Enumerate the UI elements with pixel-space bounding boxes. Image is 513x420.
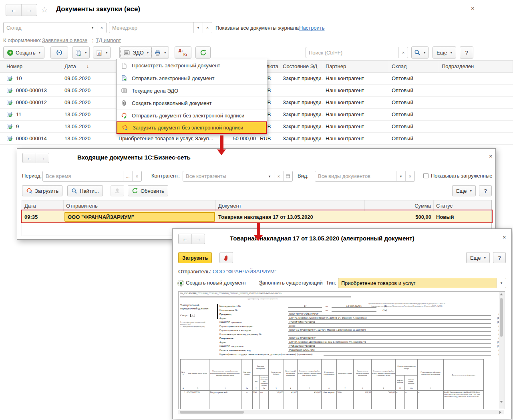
clear-icon[interactable]: × bbox=[274, 171, 283, 181]
search-button[interactable]: ▾ bbox=[411, 46, 429, 59]
vertical-scrollbar[interactable] bbox=[499, 292, 504, 409]
scroll-down-icon[interactable] bbox=[500, 401, 503, 403]
kind-input[interactable] bbox=[315, 171, 396, 181]
edo-menu-button[interactable]: ЭДО ▾ bbox=[119, 46, 153, 59]
horizontal-scroll-thumb[interactable] bbox=[180, 411, 244, 414]
to-process-link-imports[interactable]: Заявления о ввозе bbox=[42, 37, 87, 43]
chevron-down-icon[interactable]: ▾ bbox=[88, 22, 97, 33]
period-input[interactable] bbox=[43, 171, 123, 181]
menu-item-view-edoc[interactable]: Просмотреть электронный документ bbox=[117, 59, 267, 72]
find-button[interactable]: Найти... bbox=[67, 185, 103, 196]
more-button[interactable]: Еще ▾ bbox=[452, 185, 476, 196]
to-process-link-td[interactable]: ТД импорт bbox=[96, 37, 121, 43]
dtkt-button[interactable]: ДтКт bbox=[175, 46, 191, 59]
column-header-document[interactable]: Документ bbox=[216, 200, 365, 211]
clear-icon[interactable]: × bbox=[203, 22, 212, 33]
kind-label: Вид: bbox=[298, 173, 308, 179]
help-button[interactable]: ? bbox=[479, 185, 492, 196]
posted-document-icon bbox=[6, 75, 13, 82]
upd-invoice-row: Накладная (акт) № 17 от 13 мая 2020 г. (… bbox=[219, 304, 501, 308]
choose-period-icon[interactable]: ... bbox=[123, 171, 132, 181]
clear-icon[interactable]: × bbox=[132, 171, 141, 181]
incoming-document-row[interactable]: 09:35 ООО "ФРАНЧАЙЗАРИУМ" Товарная накла… bbox=[22, 211, 491, 222]
menu-item-create-arbitrary[interactable]: Создать произвольный документ bbox=[117, 97, 267, 109]
column-header-sender[interactable]: Отправитель bbox=[64, 200, 216, 211]
sender-link[interactable]: ООО "ФРАНЧАЙЗАРИУМ" bbox=[213, 269, 276, 275]
vertical-scroll-thumb[interactable] bbox=[500, 298, 503, 337]
forward-button[interactable]: → bbox=[21, 4, 37, 16]
scroll-right-icon[interactable] bbox=[499, 411, 501, 414]
column-header-warehouse[interactable]: Склад bbox=[389, 61, 439, 72]
back-button[interactable]: ← bbox=[179, 234, 191, 244]
column-header-number[interactable]: Номер bbox=[4, 61, 62, 72]
print-button[interactable]: ▾ bbox=[151, 46, 169, 59]
reports-button[interactable]: ▾ bbox=[93, 46, 111, 59]
column-header-status[interactable]: Статус bbox=[434, 200, 491, 211]
warehouse-input[interactable] bbox=[4, 22, 88, 33]
more-button-label: Еще bbox=[470, 255, 481, 261]
table-row[interactable]: 0000-000014 13.05.2020 Приобретение това… bbox=[0, 133, 513, 145]
refresh-button[interactable] bbox=[195, 46, 211, 59]
help-button[interactable]: ? bbox=[460, 46, 473, 59]
annotation-arrow bbox=[220, 135, 223, 150]
more-button[interactable]: Еще ▾ bbox=[466, 252, 490, 263]
forward-button[interactable]: → bbox=[191, 234, 205, 244]
clear-icon[interactable]: × bbox=[405, 171, 414, 181]
chevron-down-icon: ▾ bbox=[484, 256, 486, 260]
horizontal-scrollbar[interactable] bbox=[178, 410, 504, 414]
clear-icon[interactable]: × bbox=[97, 22, 106, 33]
refresh-button[interactable]: Обновить bbox=[128, 185, 168, 196]
forward-button[interactable]: → bbox=[36, 153, 49, 163]
counterparty-input[interactable] bbox=[183, 171, 265, 181]
nav-buttons: ← → bbox=[178, 234, 205, 244]
close-icon[interactable]: × bbox=[489, 153, 493, 160]
menu-item-send-edoc[interactable]: Отправить электронный документ bbox=[117, 72, 267, 84]
help-button[interactable]: ? bbox=[493, 252, 506, 263]
more-button[interactable]: Еще ▾ bbox=[433, 46, 456, 59]
chevron-down-icon[interactable]: ▾ bbox=[396, 171, 405, 181]
back-button[interactable]: ← bbox=[6, 4, 21, 16]
menu-item-edo-tasks[interactable]: Текущие дела ЭДО bbox=[117, 84, 267, 97]
copy-documents-button[interactable]: ▾ bbox=[72, 46, 90, 59]
column-header-edstate[interactable]: Состояние ЭД bbox=[280, 61, 323, 72]
stop-hand-button[interactable] bbox=[219, 252, 233, 263]
radio-create-new[interactable] bbox=[178, 281, 183, 286]
warehouse-filter: ▾ × bbox=[3, 22, 107, 33]
menu-item-send-unsigned[interactable]: Отправить документ без электронной подпи… bbox=[117, 109, 267, 121]
search-input[interactable] bbox=[306, 47, 398, 58]
close-icon[interactable]: × bbox=[503, 234, 506, 240]
menu-item-load-unsigned[interactable]: Загрузить документ без электронной подпи… bbox=[117, 121, 267, 134]
chevron-down-icon[interactable]: ▾ bbox=[193, 22, 203, 33]
load-button[interactable]: Загрузить bbox=[178, 252, 212, 263]
upd-field-row: Адрес:127434, Москва г, Дмитровское ш, д… bbox=[219, 340, 501, 344]
column-header-sum[interactable]: Сумма bbox=[365, 200, 434, 211]
open-window-icon[interactable] bbox=[283, 171, 292, 181]
upd-status-note2: 2 – передаточный документ (акт) bbox=[180, 325, 211, 328]
type-input[interactable] bbox=[338, 278, 497, 288]
show-loaded-checkbox[interactable] bbox=[423, 173, 429, 178]
upd-status-label: Статус: bbox=[180, 314, 189, 317]
favorite-star-icon[interactable]: ☆ bbox=[41, 5, 48, 14]
clear-icon[interactable]: × bbox=[398, 47, 408, 58]
document-send-icon bbox=[121, 75, 127, 81]
sender-cell-focused[interactable]: ООО "ФРАНЧАЙЗАРИУМ" bbox=[64, 212, 215, 222]
chevron-down-icon[interactable]: ▾ bbox=[497, 278, 506, 288]
edo-dropdown-menu: Просмотреть электронный документ Отправи… bbox=[116, 59, 267, 134]
stop-hand-icon bbox=[223, 254, 230, 261]
close-icon[interactable]: × bbox=[471, 5, 475, 12]
document-preview[interactable]: ON_NSCHFDOPPR_7725192493_771301001_77293… bbox=[178, 291, 505, 409]
manager-input[interactable] bbox=[109, 22, 193, 33]
column-header-date[interactable]: Дата bbox=[22, 200, 64, 211]
back-button[interactable]: ← bbox=[23, 153, 36, 163]
stamp-button[interactable] bbox=[111, 185, 124, 196]
chevron-down-icon[interactable]: ▾ bbox=[265, 171, 274, 181]
set-interval-button[interactable] bbox=[50, 46, 68, 59]
column-header-division[interactable]: Подразделен bbox=[439, 61, 513, 72]
column-header-date[interactable]: Дата↓ bbox=[62, 61, 116, 72]
configure-link[interactable]: Настроить bbox=[299, 25, 325, 31]
scroll-up-icon[interactable] bbox=[500, 293, 503, 295]
upd-field-row: К платежно-расчетному документу №–(5) bbox=[219, 332, 501, 336]
create-button[interactable]: + Создать ▾ bbox=[3, 46, 44, 59]
column-header-partner[interactable]: Партнер bbox=[323, 61, 389, 72]
load-button[interactable]: Загрузить bbox=[22, 185, 62, 196]
